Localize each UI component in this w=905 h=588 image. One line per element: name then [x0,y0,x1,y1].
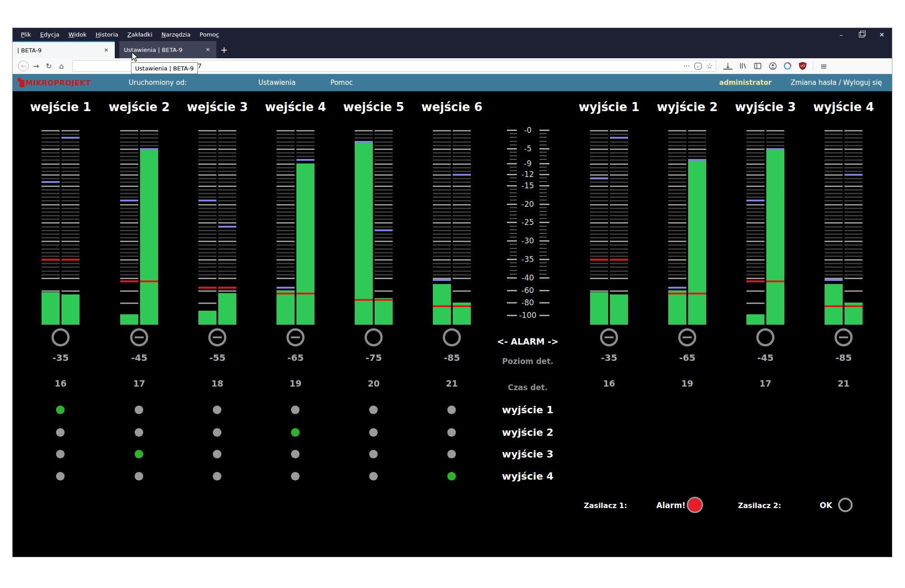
gain-knob[interactable] [286,328,305,346]
meter-segment [668,159,686,161]
forward-button[interactable]: → [30,60,42,72]
gain-knob[interactable] [208,328,226,346]
gain-knob[interactable] [678,328,696,346]
meter-segment [433,182,451,183]
meter-segment [277,159,295,161]
close-button[interactable]: ✕ [872,28,892,41]
meter-segment [277,208,295,209]
meter-segment [590,237,608,238]
detection-level-value: -65 [257,352,334,363]
meter-segment [825,237,843,238]
home-button[interactable]: ⌂ [55,60,68,72]
meter-segment [844,219,863,220]
meter-segment [590,193,608,194]
meter-segment [433,226,451,228]
meter-segment [277,244,295,246]
meter-segment [433,141,451,143]
meter-segment [61,167,80,168]
header-link-pomoc[interactable]: Pomoc [330,79,353,87]
scale-tick [539,229,547,230]
meter-segment [218,215,236,216]
meter-segment [120,208,138,209]
mikroprojekt-logo[interactable]: MIKROPROJEKT [18,78,91,87]
download-icon[interactable]: ↓ [723,62,732,70]
peak-hold-line [590,177,608,179]
gain-knob[interactable] [443,328,461,346]
time-caption: Czas det. [489,383,567,392]
meter-segment [746,259,764,261]
meter-segment [277,174,295,176]
tab-close-icon[interactable]: ✕ [102,46,110,54]
meter-segment [433,152,451,154]
gain-knob[interactable] [835,328,853,346]
meter-segment [375,149,393,150]
meter-segment [610,152,628,154]
meter-segment [688,130,706,131]
channel-wejście-1: wejście 1-3516 [22,91,99,557]
sidebar-icon[interactable] [753,61,762,70]
scale-label: -30 [489,236,567,245]
menu-historia[interactable]: Historia [91,31,123,38]
meter-segment [42,248,60,250]
extension-ring-icon[interactable] [783,61,792,70]
gain-knob[interactable] [365,328,383,346]
session-links[interactable]: Zmiana hasła / Wyloguj się [791,79,882,87]
menu-widok[interactable]: Widok [64,31,91,38]
menu-edycja[interactable]: Edycja [36,31,64,38]
ublock-shield-icon[interactable]: uO [798,61,807,70]
meter-segment [825,208,843,209]
meter-segment [120,219,138,220]
menu-narzędzia[interactable]: Narzędzia [157,31,195,38]
meter-segment [433,252,451,253]
meter-segment [453,149,471,150]
menu-plik[interactable]: Plik [16,31,36,38]
back-button[interactable]: ← [17,60,30,72]
reload-button[interactable]: ↻ [42,60,55,72]
meter-segment [610,208,628,209]
pocket-icon[interactable]: ⌄ [694,63,702,70]
new-tab-button[interactable]: + [216,41,232,58]
knob-minus-mark [135,336,144,338]
channel-title: wyjście 1 [570,100,648,114]
meter-segment [375,266,393,268]
meter-segment [218,171,236,172]
meter-segment [218,263,236,264]
meter-segment [61,226,80,228]
meter-segment [277,149,295,150]
meter-segment [746,303,764,304]
bookmark-star-icon[interactable]: ☆ [706,61,713,70]
meter-segment [610,134,628,135]
scale-tick [539,252,547,252]
header-link-ustawienia[interactable]: Ustawienia [258,79,295,87]
hamburger-menu-icon[interactable]: ≡ [819,61,828,70]
gain-knob[interactable] [130,328,148,346]
scale-tick [510,192,517,193]
meter-segment [433,134,451,135]
gain-knob[interactable] [52,328,70,346]
menu-pomoc[interactable]: Pomoc [195,31,224,38]
meter-segment [668,178,686,179]
restore-button[interactable] [851,28,872,41]
gain-knob[interactable] [600,328,618,346]
meter-segment [61,274,80,275]
library-icon[interactable] [738,61,747,70]
gain-knob[interactable] [756,328,774,346]
meter-segment [198,137,216,139]
meter-segment [844,171,863,172]
meter-segment [277,189,295,191]
meter-segment [590,137,608,139]
meter-segment [453,271,471,272]
account-icon[interactable] [768,61,777,70]
menu-zakładki[interactable]: Zakładki [123,31,157,38]
tab-beta9[interactable]: | BETA-9 ✕ [13,41,115,58]
meter-segment [355,130,373,131]
tab-close-icon[interactable]: ✕ [204,46,212,54]
meter-segment [120,266,138,268]
meter-segment [198,159,216,161]
page-actions-icon[interactable]: ⋯ [683,62,690,70]
meter-segment [453,215,471,216]
minimize-button[interactable]: – [831,28,851,41]
meter-segment [198,167,216,168]
meter-segment [433,159,451,161]
threshold-line [668,293,686,294]
